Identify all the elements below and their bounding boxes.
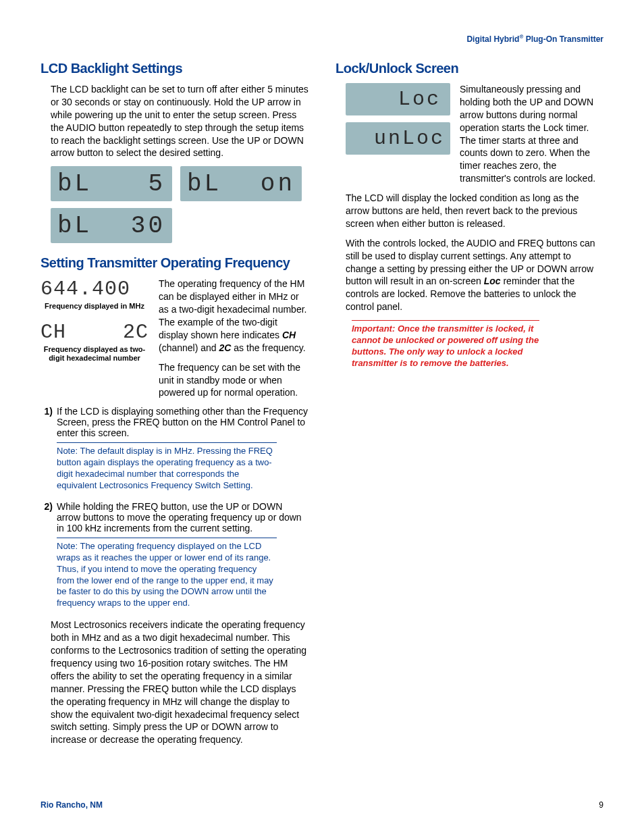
- lcd-text: bL: [57, 170, 92, 198]
- para-backlight: The LCD backlight can be set to turn off…: [51, 83, 308, 159]
- lcd-freq-mhz: 644.400: [41, 278, 149, 301]
- text: as the frequency.: [231, 342, 305, 353]
- para-freq-standby: The frequency can be set with the unit i…: [159, 361, 308, 400]
- text: (channel) and: [159, 342, 219, 353]
- para-lock-1-partial: Simultaneously pressing and holding both…: [460, 83, 603, 185]
- lcd-text: bL: [187, 170, 221, 198]
- lcd-bl-5: bL 5: [51, 166, 172, 201]
- bold-ch: CH: [282, 330, 296, 340]
- left-column: LCD Backlight Settings The LCD backlight…: [41, 61, 308, 753]
- footer-page-number: 9: [599, 800, 603, 810]
- lcd-text: 5: [148, 170, 165, 198]
- para-freq-big: Most Lectrosonics receivers indicate the…: [51, 619, 308, 746]
- step-2-body: While holding the FREQ button, use the U…: [57, 501, 308, 533]
- lcd-text: unLoc: [374, 127, 445, 150]
- note-1: Note: The default display is in MHz. Pre…: [57, 442, 277, 492]
- caption-hex: Frequency displayed as two-digit hexadec…: [41, 345, 149, 363]
- step-number-2: 2): [41, 501, 57, 533]
- lcd-text: Loc: [398, 88, 441, 111]
- right-column: Lock/Unlock Screen Loc unLoc Simultaneou…: [336, 61, 603, 753]
- lcd-bl-30: bL 30: [51, 208, 172, 243]
- para-freq-intro: The operating frequency of the HM can be…: [159, 278, 308, 354]
- note-2: Note: The operating frequency displayed …: [57, 538, 277, 609]
- bold-2c: 2C: [219, 342, 232, 353]
- step-1-body: If the LCD is displaying something other…: [57, 406, 308, 438]
- text: Simultaneously pressing and holding both…: [460, 84, 595, 184]
- lcd-text: 2C: [123, 321, 149, 344]
- page-header: Digital Hybrid® Plug-On Transmitter: [41, 34, 603, 44]
- bold-loc: Loc: [484, 276, 501, 286]
- header-brand-prefix: Digital Hybrid: [466, 34, 519, 44]
- header-brand-suffix: Plug-On Transmitter: [523, 34, 603, 44]
- para-lock-2: The LCD will display the locked conditio…: [346, 192, 603, 230]
- lcd-text: bL: [57, 212, 92, 240]
- para-lock-3: With the controls locked, the AUDIO and …: [346, 237, 603, 313]
- lcd-unloc: unLoc: [346, 122, 450, 155]
- lcd-text: 30: [131, 212, 165, 240]
- heading-backlight: LCD Backlight Settings: [41, 61, 308, 76]
- heading-freq: Setting Transmitter Operating Frequency: [41, 255, 308, 271]
- important-note: Important: Once the transmitter is locke…: [352, 320, 539, 369]
- lcd-bl-on: bL on: [180, 166, 302, 201]
- heading-lock: Lock/Unlock Screen: [336, 61, 603, 76]
- caption-mhz: Frequency displayed in MHz: [41, 302, 149, 311]
- page-footer: Rio Rancho, NM 9: [41, 800, 603, 810]
- step-number-1: 1): [41, 406, 57, 438]
- footer-location: Rio Rancho, NM: [41, 800, 103, 810]
- lcd-loc: Loc: [346, 83, 450, 115]
- lcd-text: on: [261, 170, 295, 198]
- lcd-freq-hex: CH 2C: [41, 321, 149, 344]
- lcd-text: CH: [41, 321, 66, 344]
